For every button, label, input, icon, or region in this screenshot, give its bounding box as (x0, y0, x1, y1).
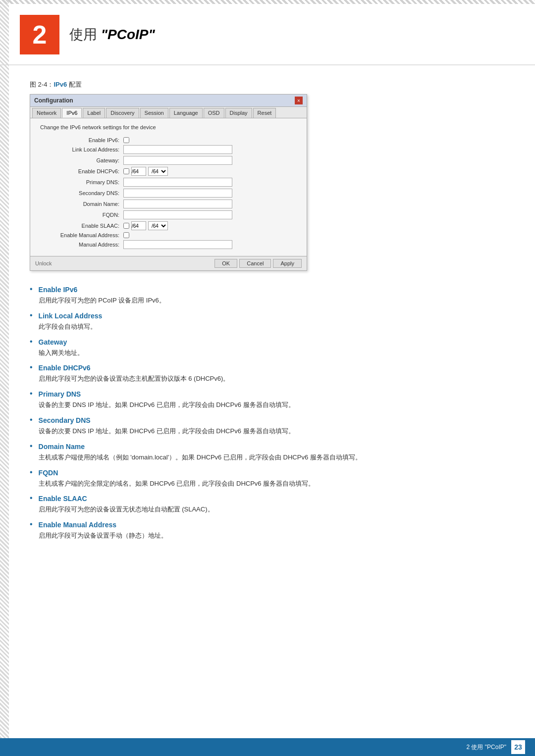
figure-caption: 图 2-4：IPv6 配置 (30, 80, 505, 89)
label-fqdn: FQDN: (40, 212, 119, 218)
form-row-manual-address: Manual Address: (40, 240, 297, 249)
tab-ipv6[interactable]: IPv6 (62, 108, 82, 118)
bullet-dot-6: • (30, 415, 33, 424)
bullet-item-manual-address: • Enable Manual Address 启用此字段可为设备设置手动（静态… (30, 521, 505, 541)
bullet-title-6: Secondary DNS (39, 416, 505, 424)
tab-label[interactable]: Label (83, 108, 105, 118)
bullet-item-secondary-dns: • Secondary DNS 设备的次要 DNS IP 地址。如果 DHCPv… (30, 416, 505, 437)
bullet-item-fqdn: • FQDN 主机或客户端的完全限定的域名。如果 DHCPv6 已启用，此字段会… (30, 469, 505, 489)
tab-osd[interactable]: OSD (204, 108, 224, 118)
input-fqdn[interactable] (123, 210, 232, 219)
label-slaac: Enable SLAAC: (40, 223, 119, 229)
bullet-content-7: Domain Name 主机或客户端使用的域名（例如 'domain.local… (39, 443, 505, 463)
label-manual-address: Manual Address: (40, 242, 119, 248)
form-row-link-local: Link Local Address: (40, 145, 297, 154)
page-footer: 2 使用 "PCoIP" 23 (0, 738, 535, 756)
config-dialog: Configuration × Network IPv6 Label Disco… (30, 94, 307, 271)
bullet-title-10: Enable Manual Address (39, 521, 505, 529)
main-content: 图 2-4：IPv6 配置 Configuration × Network IP… (0, 65, 535, 580)
input-slaac-prefix[interactable] (131, 221, 146, 230)
dhcpv6-inline: /64 (123, 167, 168, 176)
select-slaac[interactable]: /64 (148, 221, 168, 230)
bullet-item-dhcpv6: • Enable DHCPv6 启用此字段可为您的设备设置动态主机配置协议版本 … (30, 364, 505, 384)
left-accent-decoration (0, 0, 9, 738)
bullet-list: • Enable IPv6 启用此字段可为您的 PCoIP 设备启用 IPv6。… (30, 286, 505, 541)
bullet-title-5: Primary DNS (39, 390, 505, 398)
tab-display[interactable]: Display (225, 108, 252, 118)
input-gateway[interactable] (123, 156, 232, 165)
bullet-desc-7: 主机或客户端使用的域名（例如 'domain.local'）。如果 DHCPv6… (39, 453, 505, 463)
label-domain-name: Domain Name: (40, 201, 119, 207)
cancel-button[interactable]: Cancel (239, 259, 271, 268)
label-secondary-dns: Secondary DNS: (40, 190, 119, 196)
input-dhcpv6-prefix[interactable] (131, 167, 146, 176)
form-row-domain-name: Domain Name: (40, 200, 297, 208)
input-manual-address[interactable] (123, 240, 232, 249)
input-primary-dns[interactable] (123, 178, 232, 187)
form-row-slaac: Enable SLAAC: /64 (40, 221, 297, 230)
form-row-enable-ipv6: Enable IPv6: (40, 137, 297, 143)
bullet-dot-4: • (30, 363, 33, 372)
bullet-dot-7: • (30, 442, 33, 451)
tab-reset[interactable]: Reset (253, 108, 276, 118)
dialog-body: Change the IPv6 network settings for the… (30, 118, 307, 256)
close-button[interactable]: × (295, 97, 303, 104)
bullet-title-7: Domain Name (39, 443, 505, 451)
bullet-title-1: Enable IPv6 (39, 286, 505, 294)
footer-page-number: 23 (511, 740, 525, 754)
input-enable-ipv6[interactable] (123, 137, 129, 143)
select-dhcpv6[interactable]: /64 (148, 167, 168, 176)
bullet-content-2: Link Local Address 此字段会自动填写。 (39, 312, 505, 332)
form-row-secondary-dns: Secondary DNS: (40, 189, 297, 198)
dialog-titlebar: Configuration × (30, 95, 307, 107)
bullet-title-8: FQDN (39, 469, 505, 477)
apply-button[interactable]: Apply (273, 259, 302, 268)
tab-session[interactable]: Session (140, 108, 168, 118)
bullet-title-9: Enable SLAAC (39, 495, 505, 503)
bullet-desc-5: 设备的主要 DNS IP 地址。如果 DHCPv6 已启用，此字段会由 DHCP… (39, 400, 505, 410)
bullet-item-primary-dns: • Primary DNS 设备的主要 DNS IP 地址。如果 DHCPv6 … (30, 390, 505, 410)
footer-chapter-text: 2 使用 "PCoIP" (466, 743, 506, 752)
bullet-title-2: Link Local Address (39, 312, 505, 320)
top-stripe-decoration (0, 0, 535, 4)
bullet-dot-2: • (30, 311, 33, 320)
bullet-content-9: Enable SLAAC 启用此字段可为您的设备设置无状态地址自动配置 (SLA… (39, 495, 505, 515)
input-link-local[interactable] (123, 145, 232, 154)
bullet-title-3: Gateway (39, 338, 505, 346)
slaac-inline: /64 (123, 221, 168, 230)
input-enable-dhcpv6[interactable] (123, 168, 129, 174)
tab-network[interactable]: Network (32, 108, 61, 118)
tab-discovery[interactable]: Discovery (106, 108, 139, 118)
input-enable-manual[interactable] (123, 232, 129, 238)
chapter-number: 2 (20, 15, 59, 54)
bullet-desc-10: 启用此字段可为设备设置手动（静态）地址。 (39, 531, 505, 541)
dialog-description: Change the IPv6 network settings for the… (40, 124, 297, 130)
unlock-button[interactable]: Unlock (35, 260, 52, 266)
tab-language[interactable]: Language (169, 108, 203, 118)
bullet-dot-1: • (30, 285, 33, 294)
bullet-desc-1: 启用此字段可为您的 PCoIP 设备启用 IPv6。 (39, 296, 505, 306)
bullet-content-5: Primary DNS 设备的主要 DNS IP 地址。如果 DHCPv6 已启… (39, 390, 505, 410)
bullet-desc-2: 此字段会自动填写。 (39, 322, 505, 332)
label-gateway: Gateway: (40, 157, 119, 163)
bullet-item-slaac: • Enable SLAAC 启用此字段可为您的设备设置无状态地址自动配置 (S… (30, 495, 505, 515)
dialog-footer: Unlock OK Cancel Apply (30, 256, 307, 270)
bullet-content-4: Enable DHCPv6 启用此字段可为您的设备设置动态主机配置协议版本 6 … (39, 364, 505, 384)
input-enable-slaac[interactable] (123, 223, 129, 229)
form-row-fqdn: FQDN: (40, 210, 297, 219)
bullet-dot-8: • (30, 468, 33, 477)
input-secondary-dns[interactable] (123, 189, 232, 198)
bullet-desc-4: 启用此字段可为您的设备设置动态主机配置协议版本 6 (DHCPv6)。 (39, 374, 505, 384)
ok-button[interactable]: OK (214, 259, 237, 268)
label-dhcpv6: Enable DHCPv6: (40, 168, 119, 174)
bullet-dot-9: • (30, 494, 33, 503)
bullet-desc-9: 启用此字段可为您的设备设置无状态地址自动配置 (SLAAC)。 (39, 504, 505, 515)
label-primary-dns: Primary DNS: (40, 179, 119, 185)
label-enable-manual: Enable Manual Address: (40, 232, 119, 238)
form-row-gateway: Gateway: (40, 156, 297, 165)
input-domain-name[interactable] (123, 200, 232, 208)
chapter-header: 2 使用 "PCoIP" (0, 0, 535, 65)
bullet-item-domain-name: • Domain Name 主机或客户端使用的域名（例如 'domain.loc… (30, 443, 505, 463)
form-row-enable-manual: Enable Manual Address: (40, 232, 297, 238)
bullet-dot-5: • (30, 389, 33, 398)
